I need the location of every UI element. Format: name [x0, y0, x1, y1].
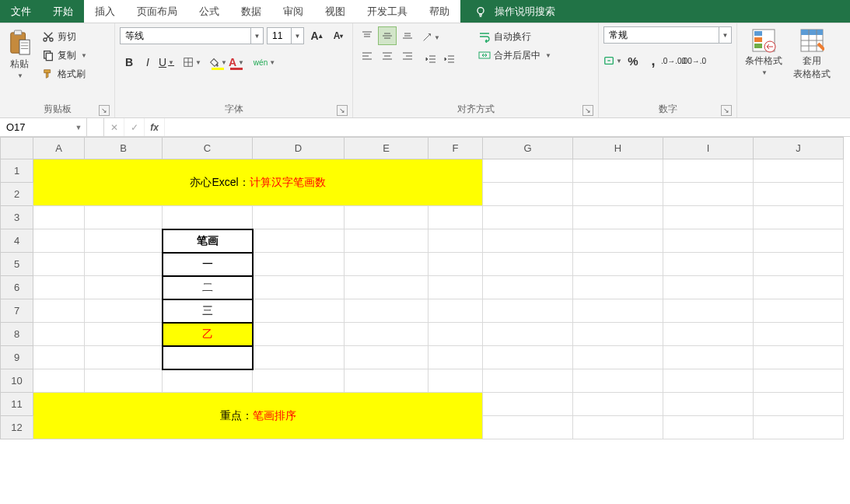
row-header[interactable]: 7: [1, 299, 33, 323]
col-header[interactable]: C: [163, 138, 253, 159]
cell[interactable]: [663, 299, 754, 323]
col-header[interactable]: I: [663, 138, 754, 159]
cell[interactable]: [253, 206, 345, 229]
number-launcher[interactable]: ↘: [721, 105, 732, 116]
align-top[interactable]: [358, 26, 376, 45]
cell[interactable]: [754, 369, 844, 393]
borders-button[interactable]: ▼: [183, 53, 201, 72]
cell[interactable]: [663, 346, 754, 369]
percent-button[interactable]: %: [624, 51, 642, 70]
tab-help[interactable]: 帮助: [418, 0, 460, 23]
select-all-corner[interactable]: [1, 138, 33, 159]
decrease-indent[interactable]: [422, 50, 440, 68]
fill-color-button[interactable]: ▼: [208, 53, 227, 72]
tab-page-layout[interactable]: 页面布局: [126, 0, 188, 23]
cell[interactable]: [428, 323, 483, 346]
cell[interactable]: [33, 253, 85, 276]
cell[interactable]: [85, 276, 163, 299]
col-header[interactable]: E: [345, 138, 428, 159]
format-painter-button[interactable]: 格式刷: [39, 65, 90, 82]
font-name-combo[interactable]: ▼: [120, 27, 264, 44]
tab-file[interactable]: 文件: [0, 0, 42, 23]
number-format-combo[interactable]: ▼: [603, 26, 732, 44]
cell[interactable]: [33, 276, 85, 299]
col-header[interactable]: J: [754, 138, 844, 159]
cell[interactable]: [483, 416, 573, 439]
cell[interactable]: [85, 206, 163, 229]
cell[interactable]: [573, 369, 663, 393]
chevron-down-icon[interactable]: ▼: [250, 28, 263, 44]
cell[interactable]: [345, 253, 428, 276]
name-box[interactable]: ▼: [0, 118, 87, 136]
cell[interactable]: [483, 253, 573, 276]
bold-button[interactable]: B: [120, 53, 138, 72]
row-header[interactable]: 4: [1, 229, 33, 253]
cell[interactable]: [573, 346, 663, 369]
cell[interactable]: [573, 253, 663, 276]
cell[interactable]: [345, 276, 428, 299]
number-format-input[interactable]: [604, 27, 731, 43]
font-launcher[interactable]: ↘: [337, 105, 348, 116]
tab-data[interactable]: 数据: [230, 0, 272, 23]
cell[interactable]: [754, 183, 844, 206]
chevron-down-icon[interactable]: ▼: [291, 28, 303, 44]
cell[interactable]: [573, 276, 663, 299]
tab-developer[interactable]: 开发工具: [356, 0, 418, 23]
phonetic-button[interactable]: wén▼: [253, 53, 276, 72]
font-size-combo[interactable]: ▼: [267, 27, 304, 44]
comma-button[interactable]: ,: [644, 51, 663, 70]
increase-indent[interactable]: [440, 50, 459, 68]
col-header[interactable]: B: [85, 138, 163, 159]
cell[interactable]: [754, 276, 844, 299]
cell[interactable]: [754, 299, 844, 323]
cell[interactable]: [253, 346, 345, 369]
merge-center-button[interactable]: 合并后居中▼: [475, 47, 554, 64]
tab-review[interactable]: 审阅: [272, 0, 314, 23]
cell[interactable]: [573, 393, 663, 416]
cell[interactable]: [428, 253, 483, 276]
cell[interactable]: [428, 229, 483, 253]
copy-button[interactable]: 复制▼: [39, 47, 90, 64]
cell-C5[interactable]: 一: [163, 253, 253, 276]
cell[interactable]: [754, 393, 844, 416]
cell[interactable]: [663, 369, 754, 393]
cell[interactable]: [33, 369, 85, 393]
cell[interactable]: [754, 229, 844, 253]
cell[interactable]: [428, 346, 483, 369]
row-header[interactable]: 8: [1, 323, 33, 346]
cell[interactable]: [483, 206, 573, 229]
cell[interactable]: [754, 416, 844, 439]
cell-C6[interactable]: 二: [163, 276, 253, 299]
underline-button[interactable]: U▼: [157, 53, 176, 72]
formula-input[interactable]: [165, 118, 850, 136]
cell[interactable]: [573, 416, 663, 439]
align-left[interactable]: [358, 47, 376, 65]
cell[interactable]: [85, 299, 163, 323]
chevron-down-icon[interactable]: ▼: [719, 27, 731, 43]
cell[interactable]: [663, 416, 754, 439]
cell[interactable]: [483, 393, 573, 416]
cell[interactable]: [483, 229, 573, 253]
cell[interactable]: [85, 369, 163, 393]
align-right[interactable]: [398, 47, 417, 65]
cancel-formula-button[interactable]: ✕: [104, 118, 124, 136]
cell[interactable]: [573, 299, 663, 323]
cell[interactable]: [345, 323, 428, 346]
cell[interactable]: [754, 346, 844, 369]
cell[interactable]: [754, 159, 844, 183]
cell[interactable]: [483, 276, 573, 299]
row-header[interactable]: 6: [1, 276, 33, 299]
cell[interactable]: [85, 229, 163, 253]
cell[interactable]: [663, 206, 754, 229]
cut-button[interactable]: 剪切: [39, 28, 90, 45]
cell[interactable]: [253, 229, 345, 253]
orientation-button[interactable]: ▼: [422, 28, 440, 47]
row-header[interactable]: 11: [1, 393, 33, 416]
cell[interactable]: [663, 253, 754, 276]
cell-C8[interactable]: 乙: [163, 323, 253, 346]
cell[interactable]: [163, 206, 253, 229]
italic-button[interactable]: I: [138, 53, 157, 72]
cell[interactable]: [428, 276, 483, 299]
cell[interactable]: [163, 369, 253, 393]
cell[interactable]: [483, 299, 573, 323]
